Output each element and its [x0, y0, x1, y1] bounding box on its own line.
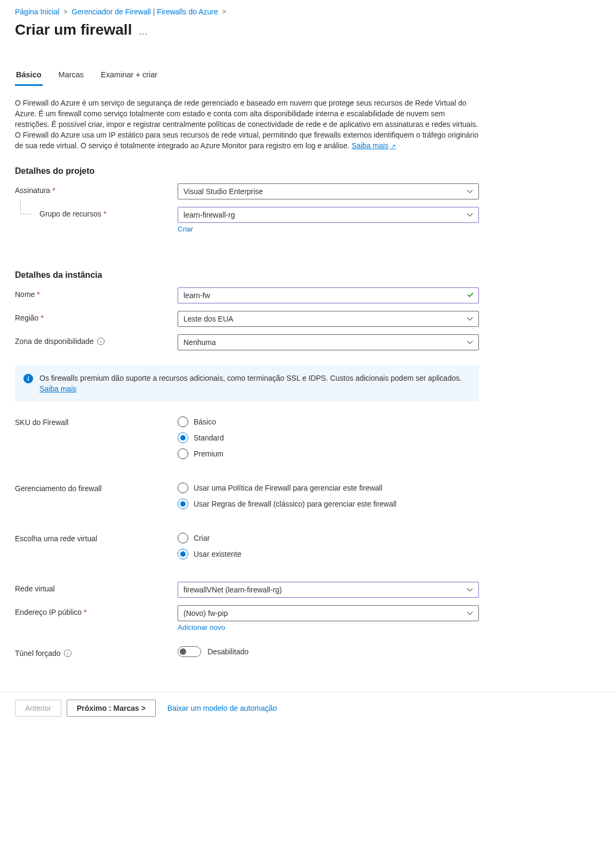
subscription-dropdown[interactable]: Visual Studio Enterprise	[178, 183, 479, 199]
chevron-down-icon	[467, 340, 473, 344]
chevron-down-icon	[467, 317, 473, 321]
create-rg-link[interactable]: Criar	[178, 225, 193, 233]
page-title: Criar um firewall	[15, 21, 132, 38]
chevron-down-icon	[467, 213, 473, 217]
chevron-right-icon: >	[63, 8, 67, 15]
management-classic-radio[interactable]: Usar Regras de firewall (clássico) para …	[178, 499, 479, 509]
breadcrumb-home[interactable]: Página Inicial	[15, 7, 59, 16]
radio-icon	[178, 416, 188, 427]
tab-tags[interactable]: Marcas	[58, 70, 85, 86]
banner-text: Os firewalls premium dão suporte a recur…	[39, 374, 462, 382]
chevron-down-icon	[467, 189, 473, 194]
section-project-details: Detalhes do projeto	[15, 166, 601, 176]
info-icon[interactable]: i	[64, 650, 71, 657]
resource-group-label: Grupo de recursos*	[15, 207, 178, 218]
footer: Anterior Próximo : Marcas > Baixar um mo…	[0, 692, 616, 724]
radio-label: Premium	[194, 450, 223, 458]
vnet-value: firewallVNet (learn-firewall-rg)	[183, 586, 282, 594]
vnet-choice-label: Escolha uma rede virtual	[15, 532, 178, 543]
region-label: Região*	[15, 311, 178, 322]
previous-button: Anterior	[15, 700, 61, 717]
checkmark-icon	[467, 291, 474, 300]
public-ip-dropdown[interactable]: (Novo) fw-pip	[178, 605, 479, 621]
radio-icon	[178, 499, 188, 509]
title-row: Criar um firewall …	[15, 21, 601, 38]
add-new-ip-link[interactable]: Adicionar novo	[178, 623, 225, 631]
required-indicator: *	[84, 608, 86, 616]
breadcrumb: Página Inicial > Gerenciador de Firewall…	[15, 7, 601, 16]
name-input[interactable]: learn-fw	[178, 287, 479, 303]
tab-review[interactable]: Examinar + criar	[100, 70, 158, 86]
resource-group-value: learn-firewall-rg	[183, 211, 235, 219]
availability-zone-dropdown[interactable]: Nenhuma	[178, 334, 479, 350]
info-icon[interactable]: i	[97, 338, 105, 345]
required-indicator: *	[52, 186, 55, 195]
premium-info-banner: i Os firewalls premium dão suporte a rec…	[15, 365, 479, 402]
vnet-choice-radio-group: Criar Usar existente	[178, 532, 479, 559]
vnet-label: Rede virtual	[15, 582, 178, 593]
radio-label: Standard	[194, 434, 224, 442]
chevron-down-icon	[467, 611, 473, 615]
radio-icon	[178, 432, 188, 443]
sku-radio-group: Básico Standard Premium	[178, 415, 479, 459]
vnet-existing-radio[interactable]: Usar existente	[178, 549, 479, 559]
name-label: Nome*	[15, 287, 178, 299]
radio-label: Usar Regras de firewall (clássico) para …	[194, 500, 396, 508]
radio-label: Básico	[194, 418, 216, 426]
info-icon: i	[23, 374, 33, 383]
vnet-dropdown[interactable]: firewallVNet (learn-firewall-rg)	[178, 582, 479, 598]
tab-basic[interactable]: Básico	[15, 70, 43, 86]
external-link-icon: ↗	[389, 143, 396, 149]
next-button[interactable]: Próximo : Marcas >	[67, 700, 156, 717]
toggle-knob	[180, 648, 186, 655]
public-ip-label: Endereço IP público*	[15, 605, 178, 616]
learn-more-link[interactable]: Saiba mais ↗	[351, 141, 396, 150]
more-icon[interactable]: …	[138, 26, 148, 37]
management-label: Gerenciamento do firewall	[15, 482, 178, 493]
sku-label: SKU do Firewall	[15, 415, 178, 427]
sku-basic-radio[interactable]: Básico	[178, 416, 479, 427]
vnet-create-radio[interactable]: Criar	[178, 533, 479, 543]
sku-standard-radio[interactable]: Standard	[178, 432, 479, 443]
resource-group-dropdown[interactable]: learn-firewall-rg	[178, 207, 479, 223]
description-text: O Firewall do Azure é um serviço de segu…	[15, 99, 478, 150]
name-value: learn-fw	[183, 291, 210, 300]
availability-zone-value: Nenhuma	[183, 338, 216, 347]
radio-icon	[178, 549, 188, 559]
section-instance-details: Detalhes da instância	[15, 270, 601, 280]
required-indicator: *	[37, 290, 39, 299]
required-indicator: *	[103, 210, 106, 218]
subscription-value: Visual Studio Enterprise	[183, 187, 263, 196]
subscription-label: Assinatura*	[15, 183, 178, 195]
banner-learn-more-link[interactable]: Saiba mais	[39, 384, 76, 393]
public-ip-value: (Novo) fw-pip	[183, 609, 228, 618]
radio-label: Usar uma Política de Firewall para geren…	[194, 484, 382, 492]
tunnel-status: Desabilitado	[207, 647, 249, 656]
tunnel-label: Túnel forçado i	[15, 646, 178, 657]
radio-icon	[178, 533, 188, 543]
breadcrumb-firewall-manager[interactable]: Gerenciador de Firewall | Firewalls do A…	[71, 7, 218, 16]
radio-icon	[178, 448, 188, 459]
region-value: Leste dos EUA	[183, 315, 233, 323]
download-template-link[interactable]: Baixar um modelo de automação	[167, 704, 277, 712]
radio-label: Criar	[194, 534, 210, 542]
region-dropdown[interactable]: Leste dos EUA	[178, 311, 479, 327]
sku-premium-radio[interactable]: Premium	[178, 448, 479, 459]
tree-connector-icon	[20, 199, 32, 214]
availability-zone-label: Zona de disponibilidade i	[15, 334, 178, 346]
chevron-right-icon: >	[222, 8, 226, 15]
radio-label: Usar existente	[194, 550, 241, 558]
radio-icon	[178, 483, 188, 493]
management-radio-group: Usar uma Política de Firewall para geren…	[178, 482, 479, 509]
description: O Firewall do Azure é um serviço de segu…	[15, 98, 479, 151]
management-policy-radio[interactable]: Usar uma Política de Firewall para geren…	[178, 483, 479, 493]
chevron-down-icon	[467, 588, 473, 592]
tabs: Básico Marcas Examinar + criar	[15, 70, 601, 86]
tunnel-toggle[interactable]	[178, 646, 201, 657]
required-indicator: *	[41, 314, 43, 322]
